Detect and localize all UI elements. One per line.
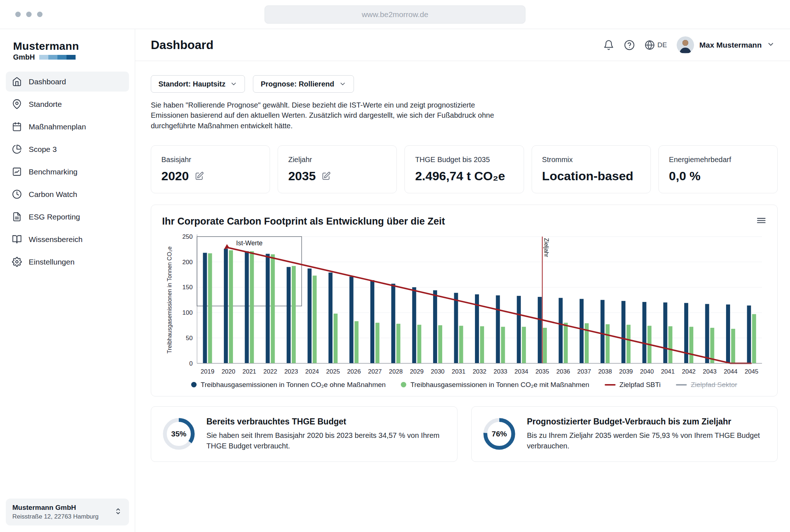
window-controls: [15, 12, 43, 17]
svg-text:2044: 2044: [724, 368, 738, 375]
svg-text:2039: 2039: [619, 368, 633, 375]
calendar-icon: [12, 122, 22, 132]
language-selector[interactable]: DE: [645, 40, 667, 50]
page-title: Dashboard: [151, 38, 213, 52]
budget-text: Bis zu Ihrem Zieljahr 2035 werden Sie 75…: [527, 430, 766, 451]
svg-text:150: 150: [182, 284, 193, 291]
kpi-label: THGE Budget bis 2035: [415, 156, 513, 164]
svg-text:2038: 2038: [598, 368, 612, 375]
hamburger-icon: [756, 216, 766, 226]
prognose-filter-label: Prognose: Rollierend: [261, 80, 334, 88]
company-address: Reisstraße 12, 22763 Hamburg: [12, 513, 98, 520]
donut-percent: 76%: [483, 417, 516, 451]
kpi-value: 2.496,74 t CO₂e: [415, 169, 505, 183]
clock-icon: [12, 189, 22, 199]
svg-text:2043: 2043: [703, 368, 717, 375]
chevron-down-icon: [230, 80, 237, 88]
kpi-value: Location-based: [542, 169, 633, 183]
prognose-filter-dropdown[interactable]: Prognose: Rollierend: [253, 75, 354, 93]
legend-zielpfad-sektor[interactable]: Zielpfad Sektor: [676, 381, 737, 389]
legend-ohne-massnahmen[interactable]: Treibhausgasemissionen in Tonnen CO₂e oh…: [191, 381, 386, 389]
user-menu[interactable]: Max Mustermann: [677, 36, 775, 54]
kpi-card-strommix: Strommix Location-based: [532, 145, 651, 193]
window-dot: [37, 12, 43, 17]
svg-text:2035: 2035: [535, 368, 549, 375]
legend-mit-massnahmen[interactable]: Treibhausgasemissionen in Tonnen CO₂e mi…: [401, 381, 589, 389]
sidebar-nav: Dashboard Standorte Maßnahmenplan Scope …: [6, 72, 129, 272]
notifications-button[interactable]: [603, 40, 614, 51]
svg-text:2020: 2020: [222, 368, 235, 375]
sidebar-item-massnahmenplan[interactable]: Maßnahmenplan: [6, 117, 129, 137]
svg-text:200: 200: [182, 259, 193, 266]
svg-text:2023: 2023: [284, 368, 298, 375]
edit-icon[interactable]: [194, 172, 204, 181]
budget-donut: 76%: [483, 417, 516, 451]
legend-label: Zielpfad Sektor: [691, 381, 737, 389]
budget-text: Sie haben seit Ihrem Basisjahr 2020 bis …: [206, 430, 446, 451]
sidebar-item-scope3[interactable]: Scope 3: [6, 139, 129, 159]
svg-text:2042: 2042: [682, 368, 696, 375]
svg-text:2022: 2022: [263, 368, 277, 375]
sidebar-item-label: Maßnahmenplan: [29, 122, 86, 131]
kpi-card-zieljahr: Zieljahr 2035: [278, 145, 397, 193]
legend-label: Treibhausgasemissionen in Tonnen CO₂e mi…: [410, 381, 589, 389]
chevron-up-down-icon: [114, 507, 122, 517]
svg-text:50: 50: [186, 335, 193, 342]
donut-percent: 35%: [162, 417, 196, 451]
window-dot: [26, 12, 32, 17]
svg-text:2025: 2025: [326, 368, 340, 375]
budget-title: Bereits verbrauchtes THGE Budget: [206, 417, 446, 427]
address-bar[interactable]: www.be2morrow.de: [265, 5, 525, 24]
prognose-description: Sie haben "Rollierende Prognose" gewählt…: [151, 100, 501, 131]
svg-text:Treibhausgasemissionen in Tonn: Treibhausgasemissionen in Tonnen CO₂e: [166, 246, 173, 354]
budget-title: Prognostizierter Budget-Verbrauch bis zu…: [527, 417, 766, 427]
company-switcher[interactable]: Mustermann GmbH Reisstraße 12, 22763 Ham…: [6, 499, 129, 525]
budget-row: 35% Bereits verbrauchtes THGE Budget Sie…: [151, 406, 778, 462]
sidebar-item-label: Dashboard: [29, 77, 66, 86]
gear-icon: [12, 257, 22, 267]
sidebar-item-wissensbereich[interactable]: Wissensbereich: [6, 229, 129, 249]
sidebar-item-label: Scope 3: [29, 145, 57, 154]
sidebar-item-esg-reporting[interactable]: ESG Reporting: [6, 207, 129, 227]
map-pin-icon: [12, 99, 22, 109]
help-button[interactable]: [624, 40, 635, 51]
pie-chart-icon: [12, 144, 22, 154]
benchmark-chart-icon: [12, 167, 22, 177]
svg-text:2036: 2036: [556, 368, 570, 375]
svg-text:2031: 2031: [452, 368, 465, 375]
browser-chrome: www.be2morrow.de: [0, 0, 790, 29]
sidebar-item-standorte[interactable]: Standorte: [6, 94, 129, 114]
svg-text:2028: 2028: [389, 368, 403, 375]
book-icon: [12, 234, 22, 244]
kpi-card-thge-budget: THGE Budget bis 2035 2.496,74 t CO₂e: [404, 145, 524, 193]
sidebar: Mustermann GmbH Dashboard Standorte Maßn…: [0, 29, 135, 532]
language-code: DE: [657, 41, 667, 49]
sidebar-item-label: ESG Reporting: [29, 213, 80, 221]
budget-card-verbraucht: 35% Bereits verbrauchtes THGE Budget Sie…: [151, 406, 458, 462]
carbon-footprint-card: Ihr Corporate Carbon Footprint als Entwi…: [151, 205, 778, 396]
edit-icon[interactable]: [321, 172, 331, 181]
svg-text:100: 100: [182, 309, 193, 316]
sidebar-item-label: Benchmarking: [29, 168, 77, 176]
chart-title: Ihr Corporate Carbon Footprint als Entwi…: [162, 216, 445, 227]
legend-dot: [191, 382, 197, 387]
legend-zielpfad-sbti[interactable]: Zielpfad SBTi: [605, 381, 661, 389]
sidebar-item-label: Standorte: [29, 100, 62, 109]
kpi-label: Basisjahr: [161, 156, 259, 164]
main-content: Dashboard DE Max Mustermann Standort: Ha…: [135, 29, 790, 532]
user-name: Max Mustermann: [699, 41, 762, 49]
chart-menu-button[interactable]: [756, 216, 766, 226]
sidebar-item-carbon-watch[interactable]: Carbon Watch: [6, 184, 129, 204]
document-icon: [12, 212, 22, 222]
sidebar-item-dashboard[interactable]: Dashboard: [6, 72, 129, 92]
svg-text:2041: 2041: [661, 368, 675, 375]
legend-label: Treibhausgasemissionen in Tonnen CO₂e oh…: [201, 381, 386, 389]
svg-text:2033: 2033: [493, 368, 507, 375]
sidebar-item-benchmarking[interactable]: Benchmarking: [6, 162, 129, 182]
logo-bars: [39, 55, 76, 60]
home-icon: [12, 77, 22, 86]
standort-filter-dropdown[interactable]: Standort: Hauptsitz: [151, 75, 245, 93]
company-logo: Mustermann GmbH: [6, 37, 129, 72]
filter-bar: Standort: Hauptsitz Prognose: Rollierend: [151, 75, 778, 93]
sidebar-item-einstellungen[interactable]: Einstellungen: [6, 252, 129, 272]
